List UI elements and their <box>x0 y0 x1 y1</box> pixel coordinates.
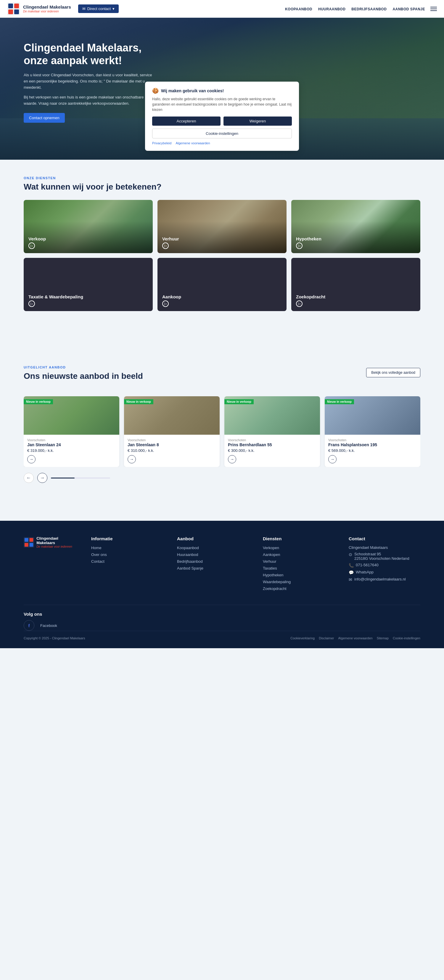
property-arrow-2[interactable]: → <box>228 455 236 463</box>
property-city-3: Voorschoten <box>328 438 417 442</box>
footer-link-contact[interactable]: Contact <box>91 559 163 564</box>
footer-brand-name: Clingendael Makelaars <box>37 536 77 545</box>
footer-cookie-instellingen-link[interactable]: Cookie-instellingen <box>393 636 420 640</box>
footer-link-zoekopdracht[interactable]: Zoekopdracht <box>263 586 334 591</box>
footer-link-waardebepaling[interactable]: Waardebepaling <box>263 579 334 584</box>
footer-link-home[interactable]: Home <box>91 545 163 550</box>
nav-koopaanbod[interactable]: Koopaanbod <box>285 6 312 11</box>
facebook-icon: f <box>29 623 30 628</box>
privacy-policy-link[interactable]: Privacybeleid <box>152 142 171 145</box>
aanbod-view-button[interactable]: Bekijk ons volledige aanbod <box>366 368 420 377</box>
hero-desc-1: Als u kiest voor Clingendael Voorschoten… <box>24 72 154 91</box>
aanbod-label: UITGELICHT AANBOD <box>24 366 143 369</box>
footer-link-koopaanbod[interactable]: Koopaanbod <box>177 545 249 550</box>
footer-diensten-list: Verkopen Aankopen Verhuur Taxaties Hypot… <box>263 545 334 591</box>
footer-link-aanbod-spanje[interactable]: Aanbod Spanje <box>177 566 249 570</box>
footer-algemene-voorwaarden-link[interactable]: Algemene voorwaarden <box>338 636 373 640</box>
svg-rect-6 <box>25 538 29 542</box>
footer-disclaimer-link[interactable]: Disclaimer <box>319 636 334 640</box>
footer-contact-title: Contact <box>349 536 420 541</box>
footer-link-aankopen[interactable]: Aankopen <box>263 552 334 557</box>
footer-logo-col: Clingendael Makelaars De makelaar voor i… <box>24 536 77 593</box>
footer-link-verkopen[interactable]: Verkopen <box>263 545 334 550</box>
cookie-icon: 🍪 <box>152 88 159 94</box>
nav-aanbod-spanje[interactable]: Aanbod Spanje <box>393 6 425 11</box>
direct-contact-button[interactable]: ✉ Direct contact ▾ <box>78 5 119 13</box>
service-title-aankoop: Aankoop <box>162 294 181 299</box>
footer-link-verhuur[interactable]: Verhuur <box>263 559 334 564</box>
footer-link-bedrijfsaanbod[interactable]: Bedrijfsaanbod <box>177 559 249 564</box>
navbar: Clingendael Makelaars De makelaar voor i… <box>0 0 444 18</box>
property-street-2: Prins Bernhardlaan 55 <box>228 442 316 447</box>
property-city-2: Voorschoten <box>228 438 316 442</box>
property-arrow-3[interactable]: → <box>328 455 337 463</box>
hero-cta-button[interactable]: Contact opnemen <box>24 113 65 123</box>
property-card-1[interactable]: Nieuw in verkoop Voorschoten Jan Steenla… <box>124 396 220 467</box>
property-img-0: Nieuw in verkoop <box>24 396 119 435</box>
email-icon: ✉ <box>349 577 352 582</box>
nav-bedrijfsaanbod[interactable]: Bedrijfsaanbod <box>351 6 387 11</box>
hero-desc-2: Bij het verkopen van een huis is een goe… <box>24 94 154 107</box>
main-nav: Koopaanbod Huuraanbod Bedrijfsaanbod Aan… <box>285 6 425 11</box>
contact-btn-label: Direct contact <box>87 6 111 11</box>
service-card-hypotheken[interactable]: Hypotheken ▷ <box>291 200 420 253</box>
footer-link-hypotheken[interactable]: Hypotheken <box>263 573 334 577</box>
footer-contact-phone[interactable]: 📞 071-5617640 <box>349 563 420 568</box>
property-card-3[interactable]: Nieuw in verkoop Voorschoten Frans Halsp… <box>325 396 420 467</box>
service-card-zoekopdracht[interactable]: Zoekopdracht ▷ <box>291 258 420 311</box>
facebook-button[interactable]: f <box>24 620 34 631</box>
service-arrow-icon-zoekopdracht: ▷ <box>296 301 302 307</box>
service-card-taxatie[interactable]: Taxatie & Waardebepaling ▷ <box>24 258 153 311</box>
service-card-content-hypotheken: Hypotheken ▷ <box>296 236 321 249</box>
footer-address-1: Schoolstraat 95 <box>354 552 409 556</box>
services-title: Wat kunnen wij voor je betekenen? <box>24 182 420 192</box>
footer-sitemap-link[interactable]: Sitemap <box>377 636 389 640</box>
service-card-aankoop[interactable]: Aankoop ▷ <box>158 258 286 311</box>
hamburger-menu-icon[interactable] <box>430 7 437 11</box>
spacer-2 <box>0 497 444 521</box>
service-card-verhuur[interactable]: Verhuur ▷ <box>158 200 286 253</box>
property-arrow-0[interactable]: → <box>27 455 35 463</box>
footer-contact-whatsapp[interactable]: 💬 WhatsApp <box>349 570 420 575</box>
footer-contact-email[interactable]: ✉ info@clingendaelmakelaars.nl <box>349 577 420 582</box>
service-arrow-icon-taxatie: ▷ <box>29 301 35 307</box>
property-info-1: Voorschoten Jan Steenlaan 8 € 310.000,- … <box>124 435 220 467</box>
cookie-accept-button[interactable]: Accepteren <box>152 116 220 126</box>
svg-rect-8 <box>25 542 29 546</box>
service-card-verkoop[interactable]: Verkoop ▷ <box>24 200 153 253</box>
nav-huuraanbod[interactable]: Huuraanbod <box>318 6 345 11</box>
footer-link-taxaties[interactable]: Taxaties <box>263 566 334 570</box>
aanbod-next-button[interactable]: → <box>37 473 47 483</box>
footer-aanbod-list: Koopaanbod Huuraanbod Bedrijfsaanbod Aan… <box>177 545 249 570</box>
cookie-settings-button[interactable]: Cookie-instellingen <box>152 129 292 138</box>
property-card-0[interactable]: Nieuw in verkoop Voorschoten Jan Steenla… <box>24 396 119 467</box>
logo[interactable]: Clingendael Makelaars De makelaar voor i… <box>7 2 71 15</box>
aanbod-section: UITGELICHT AANBOD Ons nieuwste aanbod in… <box>0 349 444 497</box>
footer-link-huuraanbod[interactable]: Huuraanbod <box>177 552 249 557</box>
service-title-hypotheken: Hypotheken <box>296 236 321 241</box>
property-arrow-1[interactable]: → <box>128 455 136 463</box>
footer-informatie-title: Informatie <box>91 536 163 541</box>
property-street-0: Jan Steenlaan 24 <box>27 442 116 447</box>
footer-link-overons[interactable]: Over ons <box>91 552 163 557</box>
property-card-2[interactable]: Nieuw in verkoop Voorschoten Prins Bernh… <box>224 396 320 467</box>
footer-informatie-list: Home Over ons Contact <box>91 545 163 564</box>
service-arrow-icon-hypotheken: ▷ <box>296 242 302 249</box>
aanbod-progress-fill <box>51 477 75 479</box>
terms-link[interactable]: Algemene voorwaarden <box>176 142 210 145</box>
footer-cookieverklaring-link[interactable]: Cookieverklaring <box>291 636 315 640</box>
aanbod-prev-button[interactable]: ← <box>24 473 34 483</box>
property-img-3: Nieuw in verkoop <box>325 396 420 435</box>
service-card-content-zoekopdracht: Zoekopdracht ▷ <box>296 294 325 307</box>
footer-aanbod-title: Aanbod <box>177 536 249 541</box>
facebook-label: Facebook <box>40 624 57 628</box>
property-street-1: Jan Steenlaan 8 <box>128 442 216 447</box>
cookie-reject-button[interactable]: Weigeren <box>224 116 292 126</box>
aanbod-navigation: ← → <box>24 473 420 483</box>
footer-diensten-title: Diensten <box>263 536 334 541</box>
property-badge-0: Nieuw in verkoop <box>24 399 53 404</box>
aanbod-progress-bar <box>51 477 110 479</box>
footer-top: Clingendael Makelaars De makelaar voor i… <box>24 536 420 593</box>
property-info-3: Voorschoten Frans Halsplantsoen 195 € 56… <box>325 435 420 467</box>
service-card-content-aankoop: Aankoop ▷ <box>162 294 181 307</box>
